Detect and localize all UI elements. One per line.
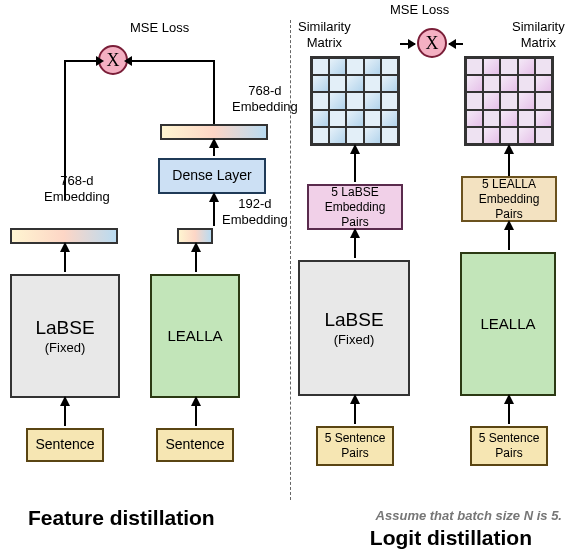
labse-encoder-r: LaBSE (Fixed) [298, 260, 410, 396]
svg-marker-0 [96, 56, 104, 66]
emb192-label: 192-d Embedding [222, 196, 288, 227]
dense-layer: Dense Layer [158, 158, 266, 194]
labse-embedding-pairs: 5 LaBSE Embedding Pairs [307, 184, 403, 230]
labse-encoder: LaBSE (Fixed) [10, 274, 120, 398]
lealla-embedding-pairs: 5 LEALLA Embedding Pairs [461, 176, 557, 222]
similarity-matrix-lealla [464, 56, 554, 146]
arrow-emb192-to-dense [213, 200, 215, 226]
arrow-labse-to-pairs [354, 236, 356, 258]
sentence-pairs-right: 5 Sentence Pairs [470, 426, 548, 466]
arrow-sentence-to-lealla [195, 404, 197, 426]
title-logit-distillation: Logit distillation [370, 526, 532, 550]
lealla-title-r: LEALLA [480, 315, 535, 334]
labse-title: LaBSE [35, 316, 94, 340]
feature-distillation-panel: MSE Loss X 768-d Embedding Dense Layer 7… [0, 0, 290, 530]
arrow-lealla-to-pairs [508, 228, 510, 250]
sentence-input-right: Sentence [156, 428, 234, 462]
arrow-pairs-to-matrix-r [508, 152, 510, 176]
sentence-pairs-left: 5 Sentence Pairs [316, 426, 394, 466]
batch-size-note: Assume that batch size N is 5. [376, 508, 562, 523]
lealla-encoder-r: LEALLA [460, 252, 556, 396]
similarity-matrix-labse [310, 56, 400, 146]
arrow-sentence-to-lealla-r [508, 402, 510, 424]
arrow-labse-to-emb [64, 250, 66, 272]
arrow-dense-to-emb [213, 146, 215, 156]
arrow-sentence-to-labse [64, 404, 66, 426]
labse-title-r: LaBSE [324, 308, 383, 332]
lealla-encoder: LEALLA [150, 274, 240, 398]
svg-marker-2 [408, 39, 416, 49]
svg-marker-3 [448, 39, 456, 49]
labse-subtitle-r: (Fixed) [334, 332, 374, 348]
sentence-input-left: Sentence [26, 428, 104, 462]
emb768-label-right: 768-d Embedding [232, 83, 298, 114]
lealla-title: LEALLA [167, 327, 222, 346]
arrow-sentence-to-labse-r [354, 402, 356, 424]
svg-marker-1 [124, 56, 132, 66]
logit-distillation-panel: MSE Loss X Similarity Matrix Similarity … [290, 0, 574, 530]
labse-subtitle: (Fixed) [45, 340, 85, 356]
arrow-pairs-to-matrix-l [354, 152, 356, 182]
arrow-lealla-to-emb [195, 250, 197, 272]
title-feature-distillation: Feature distillation [28, 506, 215, 530]
emb768-label-left: 768-d Embedding [44, 173, 110, 204]
